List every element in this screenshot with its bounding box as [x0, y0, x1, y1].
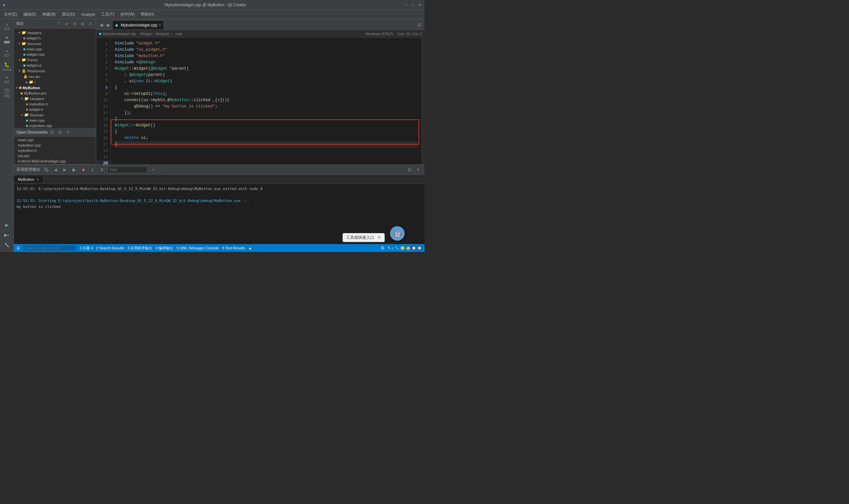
menu-build[interactable]: 构建(B): [40, 11, 58, 18]
panel-sync-btn[interactable]: ⇄: [64, 21, 70, 27]
close-button[interactable]: ✕: [417, 3, 422, 7]
ln-9: 9: [96, 91, 110, 97]
tree-widget-cpp-1[interactable]: ■ widget.cpp: [14, 52, 96, 57]
doc-main-cpp[interactable]: main.cpp: [14, 137, 96, 143]
status-compile[interactable]: 4 编译输出: [156, 246, 173, 251]
doc-mybutton-cpp[interactable]: mybutton.cpp: [14, 143, 96, 148]
tree-label: Headers: [30, 97, 44, 101]
tree-sources-2[interactable]: ▼ 📁 Sources: [14, 112, 96, 118]
sidebar-item-debug[interactable]: 🐛 Debug: [1, 60, 13, 73]
tree-headers-2[interactable]: ▼ 📁 Headers: [14, 96, 96, 102]
doc-res-qrc[interactable]: res.qrc: [14, 153, 96, 159]
arrow-icon: ▶: [26, 80, 28, 84]
tab-close-btn[interactable]: ✕: [159, 23, 161, 27]
output-tab-close[interactable]: ✕: [36, 178, 39, 181]
tree-forms-1[interactable]: ▼ 📁 Forms: [14, 57, 96, 63]
ln-15: 15: [96, 129, 110, 135]
status-hamburger[interactable]: ☰: [17, 246, 20, 250]
output-close2-btn[interactable]: ✕: [415, 166, 422, 174]
menu-edit[interactable]: 编辑(E): [21, 11, 39, 18]
output-scroll-btn[interactable]: ⤓: [89, 166, 96, 174]
tree-mybutton-project[interactable]: ▼ ◆ MyButton: [14, 85, 96, 91]
tree-label: main.cpp: [29, 119, 45, 122]
menu-controls[interactable]: 控件(W): [118, 11, 137, 18]
output-remove-btn[interactable]: −: [159, 166, 166, 174]
open-docs-split-btn[interactable]: ⊟: [49, 129, 55, 136]
status-app-output[interactable]: 3 应用程序输出: [127, 246, 152, 251]
sidebar-item-welcome[interactable]: ⊞ 欢迎: [1, 21, 13, 33]
arrow-icon: ▼: [18, 58, 21, 62]
run-button[interactable]: ▶: [1, 221, 13, 230]
debug-run-button[interactable]: 🔧: [1, 241, 13, 249]
tree-main-cpp-1[interactable]: ■ main.cpp: [14, 47, 96, 52]
tab-prev-btn[interactable]: ◀: [97, 20, 105, 30]
output-run-btn[interactable]: ▶: [70, 166, 78, 174]
maximize-button[interactable]: □: [411, 3, 415, 7]
menu-analyze[interactable]: Analyze: [78, 12, 98, 18]
tree-headers-1[interactable]: ▼ 📁 Headers: [14, 30, 96, 35]
output-settings-btn[interactable]: ⚙: [98, 166, 106, 174]
sidebar-item-project[interactable]: ⚙ 项目: [1, 74, 13, 86]
panel-filter-btn[interactable]: ⊤: [55, 21, 62, 27]
menu-tools[interactable]: 工具(T): [98, 11, 117, 18]
sidebar-item-help[interactable]: ? 帮助: [1, 87, 13, 100]
menu-help[interactable]: 帮助(H): [138, 11, 157, 18]
minimize-button[interactable]: ─: [404, 3, 409, 7]
sidebar-item-edit[interactable]: ✎ 编辑: [1, 34, 13, 47]
output-add-btn[interactable]: +: [149, 166, 157, 174]
tree-widget-ui-1[interactable]: ■ widget.ui: [14, 63, 96, 68]
output-collapse-btn[interactable]: ⊟: [406, 166, 413, 174]
output-filter-input[interactable]: [107, 166, 147, 173]
editor-scrollbar[interactable]: [421, 38, 424, 164]
tooltip-close-btn[interactable]: ✕: [378, 235, 381, 240]
editor-tab-widget-cpp[interactable]: ◆ Mybutton/widget.cpp ✕: [112, 20, 164, 30]
output-stop-btn[interactable]: ■: [79, 166, 87, 174]
chatbot-button[interactable]: 🤖: [390, 226, 404, 241]
output-tab-mybutton[interactable]: MyButton ✕: [14, 176, 43, 183]
code-line-15: }: [115, 116, 417, 122]
status-qml[interactable]: 5 QML Debugger Console: [177, 246, 219, 250]
output-next-btn[interactable]: ▶: [61, 166, 68, 174]
open-docs-close-btn[interactable]: ✕: [65, 129, 71, 136]
doc-6btn-widget-cpp[interactable]: 6-btnUI-MyEvent/widget.cpp: [14, 159, 96, 164]
welcome-icon: ⊞: [6, 23, 8, 26]
tree-mybutton-cpp[interactable]: ■ mybutton.cpp: [14, 123, 96, 128]
doc-mybutton-widget-cpp[interactable]: Mybutton/widget.cpp: [14, 164, 96, 164]
tree-sources-1[interactable]: ▼ 📁 Sources: [14, 41, 96, 47]
ln-20: 20: [96, 160, 110, 164]
code-content[interactable]: #include "widget.h" #include "ui_widget.…: [111, 38, 421, 164]
tree-main-cpp-2[interactable]: ■ main.cpp: [14, 118, 96, 123]
build-run-button[interactable]: ▶▼: [1, 231, 13, 239]
tab-next-btn[interactable]: ▶: [105, 20, 112, 30]
ln-2: 2: [96, 47, 110, 53]
tree-mybutton-pro[interactable]: ■ MyButton.pro: [14, 91, 96, 96]
tab-split-btn[interactable]: ⊟: [416, 20, 423, 30]
bc-line-ending: Windows (CRLF): [365, 32, 393, 36]
sidebar-item-design[interactable]: ◈ 设计: [1, 47, 13, 60]
folder-icon: 📁: [21, 58, 26, 62]
panel-collapse-btn[interactable]: ⊟: [71, 21, 78, 27]
status-icons-row: ✎ ♪ 🔧 😊 🏠 🔲 🔲: [388, 246, 422, 250]
menu-debug[interactable]: 调试(D): [59, 11, 78, 18]
chatbot-icon: 🤖: [393, 230, 402, 237]
tree-res-qrc-1[interactable]: 🔒 res.qrc: [14, 74, 96, 79]
menu-file[interactable]: 文件(E): [1, 11, 20, 18]
panel-expand-btn[interactable]: ⊞: [79, 21, 86, 27]
tree-widget-h-2[interactable]: ■ widget.h: [14, 107, 96, 112]
tree-slash-1[interactable]: ▶ 📁 /: [14, 79, 96, 85]
status-search[interactable]: 2 Search Results: [96, 246, 124, 250]
output-prev-btn[interactable]: ◀: [52, 166, 59, 174]
status-test[interactable]: 8 Test Results: [222, 246, 245, 250]
tree-widget-h-1[interactable]: ■ widget.h: [14, 35, 96, 41]
output-attach-btn[interactable]: 📎: [42, 166, 50, 174]
locate-input[interactable]: [23, 245, 76, 251]
open-docs-expand-btn[interactable]: ⊞: [57, 129, 64, 136]
open-docs-label: Open Documents: [17, 130, 48, 134]
doc-mybutton-h[interactable]: mybutton.h: [14, 148, 96, 153]
tree-resources-1[interactable]: ▼ 🔒 Resources: [14, 68, 96, 74]
status-problems[interactable]: 1 问题 4: [79, 246, 93, 251]
code-line-14: });: [115, 110, 417, 116]
tree-mybutton-h[interactable]: ■ mybutton.h: [14, 102, 96, 107]
panel-close-btn[interactable]: ✕: [87, 21, 94, 27]
project-tree: ▼ 📁 Headers ■ widget.h ▼ 📁 Sources ■: [14, 29, 96, 128]
